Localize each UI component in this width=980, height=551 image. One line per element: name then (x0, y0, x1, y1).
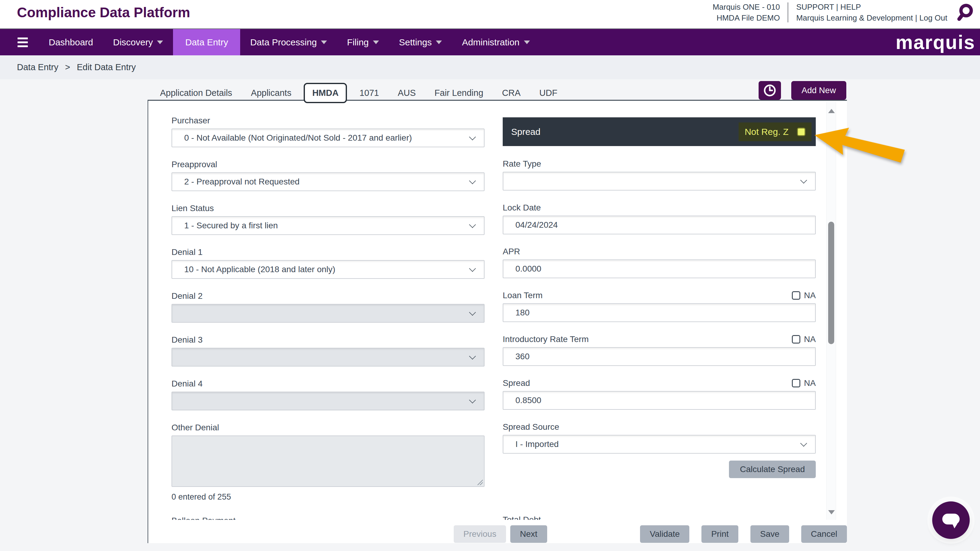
breadcrumb: Data Entry > Edit Data Entry (0, 56, 980, 79)
field-introductory-rate-term: Introductory Rate Term NA (503, 335, 816, 366)
scroll-down-arrow-icon[interactable] (828, 510, 835, 514)
resize-grip-icon[interactable] (477, 479, 483, 485)
field-label: Purchaser (172, 116, 210, 125)
loan-term-input[interactable] (503, 303, 816, 322)
field-label: Other Denial (172, 423, 219, 432)
chevron-down-icon (373, 41, 379, 44)
validate-button[interactable]: Validate (640, 525, 689, 543)
purchaser-select[interactable]: 0 - Not Available (Not Originated/Not So… (172, 129, 485, 147)
account-info: Marquis ONE - 010 HMDA File DEMO (713, 2, 780, 22)
clock-icon (763, 84, 776, 97)
breadcrumb-separator: > (65, 62, 70, 72)
calculate-spread-button[interactable]: Calculate Spread (729, 460, 816, 478)
balloon-payment-label: Balloon Payment (172, 516, 485, 520)
scrollbar-thumb[interactable] (828, 222, 834, 344)
loan-term-na-checkbox[interactable] (792, 291, 800, 300)
chevron-down-icon (469, 177, 476, 184)
menu-icon[interactable] (18, 29, 28, 56)
field-preapproval: Preapproval 2 - Preapproval not Requeste… (172, 160, 485, 191)
field-label: Spread Source (503, 422, 559, 432)
tab-hmda[interactable]: HMDA (304, 83, 347, 103)
nav-item-data-entry[interactable]: Data Entry (173, 29, 240, 56)
field-other-denial: Other Denial 0 entered of 255 (172, 423, 485, 502)
main-nav: Dashboard Discovery Data Entry Data Proc… (0, 29, 980, 56)
support-help-links[interactable]: SUPPORT | HELP (796, 2, 861, 11)
breadcrumb-data-entry[interactable]: Data Entry (17, 62, 58, 72)
print-button[interactable]: Print (702, 525, 738, 543)
history-clock-button[interactable] (759, 81, 781, 100)
vertical-scrollbar[interactable] (826, 102, 836, 520)
marquis-logo: marquis (896, 29, 975, 56)
chevron-down-icon (469, 265, 476, 272)
field-label: Denial 3 (172, 335, 203, 345)
save-button[interactable]: Save (751, 525, 789, 543)
spread-source-select[interactable]: I - Imported (503, 435, 816, 454)
denial-2-select[interactable] (172, 304, 485, 323)
field-rate-type: Rate Type (503, 160, 816, 191)
intro-rate-term-na-checkbox[interactable] (792, 335, 800, 343)
nav-item-settings[interactable]: Settings (389, 29, 452, 56)
tab-cra[interactable]: CRA (493, 88, 530, 98)
previous-button[interactable]: Previous (454, 525, 506, 543)
field-denial-1: Denial 1 10 - Not Applicable (2018 and l… (172, 248, 485, 279)
other-denial-textarea[interactable] (172, 435, 485, 487)
field-apr: APR (503, 248, 816, 278)
section-title: Spread (511, 127, 541, 137)
denial-4-select[interactable] (172, 392, 485, 410)
nav-item-discovery[interactable]: Discovery (103, 29, 173, 56)
field-label: Denial 1 (172, 248, 203, 257)
search-icon[interactable] (955, 3, 975, 22)
nav-item-administration[interactable]: Administration (452, 29, 539, 56)
field-denial-4: Denial 4 (172, 380, 485, 410)
nav-item-filing[interactable]: Filing (337, 29, 389, 56)
page: Compliance Data Platform Marquis ONE - 0… (0, 0, 980, 551)
spread-na-checkbox[interactable] (792, 379, 800, 387)
field-denial-3: Denial 3 (172, 336, 485, 367)
add-new-button[interactable]: Add New (791, 81, 846, 100)
next-button[interactable]: Next (510, 525, 547, 543)
denial-1-select[interactable]: 10 - Not Applicable (2018 and later only… (172, 260, 485, 279)
scroll-up-arrow-icon[interactable] (828, 109, 835, 113)
hmda-panel: Purchaser 0 - Not Available (Not Origina… (148, 100, 847, 543)
header-right: Marquis ONE - 010 HMDA File DEMO SUPPORT… (713, 2, 975, 22)
apr-input[interactable] (503, 259, 816, 278)
field-label: Loan Term (503, 291, 542, 300)
cancel-button[interactable]: Cancel (801, 525, 847, 543)
chevron-down-icon (800, 176, 807, 184)
tab-1071[interactable]: 1071 (350, 88, 388, 98)
tab-application-details[interactable]: Application Details (151, 88, 242, 98)
field-label: Rate Type (503, 159, 541, 169)
chevron-down-icon (157, 41, 163, 44)
chat-button[interactable] (932, 502, 970, 539)
tab-aus[interactable]: AUS (388, 88, 425, 98)
spread-section-header: Spread Not Reg. Z (503, 118, 816, 146)
tab-udf[interactable]: UDF (530, 88, 567, 98)
rate-type-select[interactable] (503, 172, 816, 191)
preapproval-select[interactable]: 2 - Preapproval not Requested (172, 172, 485, 191)
field-spread-source: Spread Source I - Imported (503, 423, 816, 454)
nav-item-data-processing[interactable]: Data Processing (240, 29, 337, 56)
header-links: SUPPORT | HELP Marquis Learning & Develo… (796, 2, 947, 22)
field-lock-date: Lock Date (503, 203, 816, 234)
form-scroll-area: Purchaser 0 - Not Available (Not Origina… (148, 101, 848, 520)
action-buttons: Validate Print Save Cancel (640, 525, 847, 543)
org-name: Marquis ONE - 010 (713, 2, 780, 11)
chevron-down-icon (469, 397, 476, 403)
spread-input[interactable] (503, 391, 816, 410)
not-reg-z-checkbox[interactable] (797, 128, 805, 136)
tab-fair-lending[interactable]: Fair Lending (425, 88, 493, 98)
pager-buttons: Previous Next (454, 525, 547, 543)
lien-status-select[interactable]: 1 - Secured by a first lien (172, 216, 485, 235)
form-column-right: Spread Not Reg. Z Rate Type Lock Date AP… (503, 101, 816, 520)
tab-applicants[interactable]: Applicants (242, 88, 301, 98)
form-footer: Previous Next Validate Print Save Cancel (148, 525, 848, 544)
lock-date-input[interactable] (503, 216, 816, 234)
total-debt-label: Total Debt (503, 515, 816, 520)
chevron-down-icon (469, 221, 476, 228)
denial-3-select[interactable] (172, 348, 485, 367)
account-logout-links[interactable]: Marquis Learning & Development | Log Out (796, 13, 947, 22)
field-loan-term: Loan Term NA (503, 291, 816, 322)
not-reg-z-label: Not Reg. Z (745, 127, 789, 137)
introductory-rate-term-input[interactable] (503, 347, 816, 366)
nav-item-dashboard[interactable]: Dashboard (39, 29, 103, 56)
